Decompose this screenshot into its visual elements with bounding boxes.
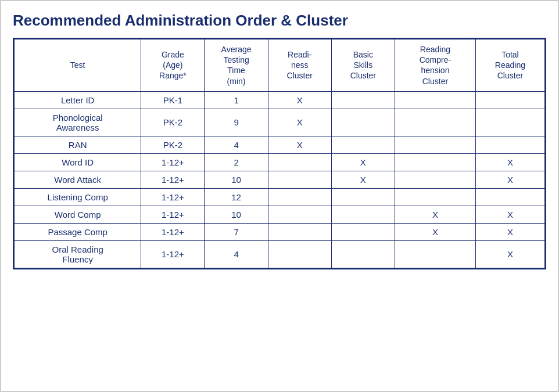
cell-readiness (268, 206, 331, 223)
cell-basic (331, 91, 395, 109)
cell-avgtime: 10 (205, 206, 268, 223)
cell-readiness (268, 240, 331, 268)
cell-basic (331, 188, 395, 206)
header-reading-comp: ReadingCompre-hensionCluster (395, 39, 475, 92)
cell-test: PhonologicalAwareness (15, 109, 141, 136)
table-row: Word Comp1-12+10XX (15, 206, 545, 223)
cell-total: X (475, 240, 544, 268)
cell-grade: 1-12+ (141, 153, 205, 171)
cell-total: X (475, 206, 544, 223)
cell-grade: PK-2 (141, 136, 205, 153)
cell-reading-comp (395, 109, 475, 136)
cell-test: Word ID (15, 153, 141, 171)
cell-avgtime: 9 (205, 109, 268, 136)
cell-total: X (475, 153, 544, 171)
cell-reading-comp: X (395, 206, 475, 223)
cell-readiness (268, 223, 331, 240)
cell-readiness: X (268, 136, 331, 153)
cell-reading-comp: X (395, 223, 475, 240)
cell-basic (331, 223, 395, 240)
cell-basic (331, 136, 395, 153)
cell-basic (331, 109, 395, 136)
cell-test: Word Comp (15, 206, 141, 223)
cell-readiness (268, 153, 331, 171)
cell-basic: X (331, 153, 395, 171)
cell-basic (331, 206, 395, 223)
header-readiness: Readi-nessCluster (268, 39, 331, 92)
cell-total: X (475, 223, 544, 240)
table-row: PhonologicalAwarenessPK-29X (15, 109, 545, 136)
cell-basic (331, 240, 395, 268)
cell-avgtime: 4 (205, 240, 268, 268)
cell-reading-comp (395, 188, 475, 206)
cell-total (475, 136, 544, 153)
cell-test: Letter ID (15, 91, 141, 109)
cell-readiness: X (268, 91, 331, 109)
cell-reading-comp (395, 240, 475, 268)
cell-grade: 1-12+ (141, 223, 205, 240)
header-row: Test Grade(Age)Range* AverageTestingTime… (15, 39, 545, 92)
cell-total: X (475, 171, 544, 188)
cell-total (475, 188, 544, 206)
cell-reading-comp (395, 91, 475, 109)
cell-avgtime: 2 (205, 153, 268, 171)
header-total: TotalReadingCluster (475, 39, 544, 92)
cell-avgtime: 10 (205, 171, 268, 188)
table-row: RANPK-24X (15, 136, 545, 153)
cell-grade: PK-2 (141, 109, 205, 136)
cell-reading-comp (395, 171, 475, 188)
cell-test: Passage Comp (15, 223, 141, 240)
table-row: Listening Comp1-12+12 (15, 188, 545, 206)
card: Recommended Administration Order & Clust… (0, 0, 559, 392)
cell-readiness: X (268, 109, 331, 136)
cell-test: Listening Comp (15, 188, 141, 206)
cell-avgtime: 12 (205, 188, 268, 206)
page-title: Recommended Administration Order & Clust… (13, 12, 546, 30)
table-row: Letter IDPK-11X (15, 91, 545, 109)
cell-readiness (268, 171, 331, 188)
cell-avgtime: 4 (205, 136, 268, 153)
cell-test: Oral ReadingFluency (15, 240, 141, 268)
cell-grade: PK-1 (141, 91, 205, 109)
table-row: Word ID1-12+2XX (15, 153, 545, 171)
header-avgtime: AverageTestingTime(min) (205, 39, 268, 92)
header-grade: Grade(Age)Range* (141, 39, 205, 92)
cell-total (475, 109, 544, 136)
header-basic: BasicSkillsCluster (331, 39, 395, 92)
cell-test: Word Attack (15, 171, 141, 188)
cell-basic: X (331, 171, 395, 188)
cell-avgtime: 1 (205, 91, 268, 109)
table-row: Passage Comp1-12+7XX (15, 223, 545, 240)
cell-grade: 1-12+ (141, 206, 205, 223)
main-table: Test Grade(Age)Range* AverageTestingTime… (14, 39, 545, 268)
cell-total (475, 91, 544, 109)
header-test: Test (15, 39, 141, 92)
cell-grade: 1-12+ (141, 188, 205, 206)
cell-readiness (268, 188, 331, 206)
table-wrapper: Test Grade(Age)Range* AverageTestingTime… (13, 38, 546, 269)
cell-grade: 1-12+ (141, 240, 205, 268)
cell-reading-comp (395, 136, 475, 153)
cell-avgtime: 7 (205, 223, 268, 240)
cell-reading-comp (395, 153, 475, 171)
table-row: Oral ReadingFluency1-12+4X (15, 240, 545, 268)
cell-grade: 1-12+ (141, 171, 205, 188)
table-row: Word Attack1-12+10XX (15, 171, 545, 188)
cell-test: RAN (15, 136, 141, 153)
